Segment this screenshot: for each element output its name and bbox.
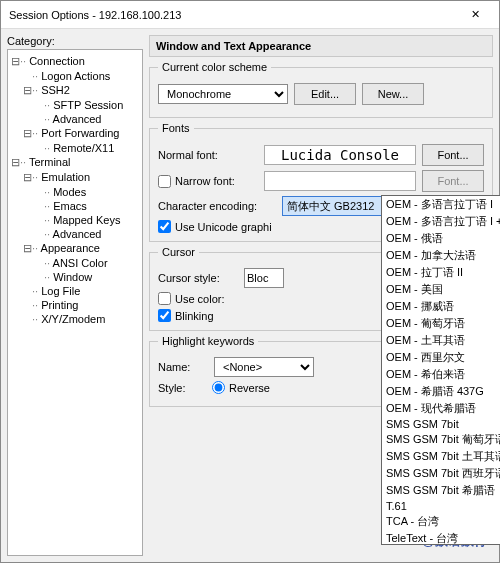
reverse-radio[interactable] <box>212 381 225 394</box>
encoding-option[interactable]: SMS GSM 7bit 希腊语 <box>382 482 500 499</box>
encoding-option[interactable]: OEM - 美国 <box>382 281 500 298</box>
close-button[interactable]: ✕ <box>455 3 495 27</box>
encoding-option[interactable]: SMS GSM 7bit 西班牙语 <box>382 465 500 482</box>
category-tree[interactable]: ⊟·· Connection·· Logon Actions⊟·· SSH2··… <box>7 49 143 556</box>
encoding-option[interactable]: OEM - 土耳其语 <box>382 332 500 349</box>
tree-item[interactable]: ⊟·· SSH2 <box>10 83 140 98</box>
blinking-label: Blinking <box>175 310 214 322</box>
tree-item[interactable]: ·· X/Y/Zmodem <box>10 312 140 326</box>
close-icon: ✕ <box>471 8 480 21</box>
tree-item[interactable]: ·· Printing <box>10 298 140 312</box>
tree-item[interactable]: ·· Window <box>10 270 140 284</box>
tree-item[interactable]: ·· SFTP Session <box>10 98 140 112</box>
encoding-option[interactable]: OEM - 现代希腊语 <box>382 400 500 417</box>
highlight-name-label: Name: <box>158 361 208 373</box>
tree-item[interactable]: ·· Logon Actions <box>10 69 140 83</box>
unicode-graphics-label: Use Unicode graphi <box>175 221 272 233</box>
char-encoding-label: Character encoding: <box>158 200 276 212</box>
fonts-legend: Fonts <box>158 122 194 134</box>
encoding-option[interactable]: OEM - 挪威语 <box>382 298 500 315</box>
tree-item[interactable]: ⊟·· Port Forwarding <box>10 126 140 141</box>
cursor-style-select[interactable]: Bloc <box>244 268 284 288</box>
session-options-window: Session Options - 192.168.100.213 ✕ Cate… <box>0 0 500 563</box>
encoding-option[interactable]: OEM - 加拿大法语 <box>382 247 500 264</box>
new-scheme-button[interactable]: New... <box>362 83 424 105</box>
encoding-option[interactable]: SMS GSM 7bit <box>382 417 500 431</box>
right-pane: Window and Text Appearance Current color… <box>149 35 493 556</box>
encoding-option[interactable]: SMS GSM 7bit 葡萄牙语 <box>382 431 500 448</box>
category-label: Category: <box>7 35 143 47</box>
narrow-font-checkbox[interactable] <box>158 175 171 188</box>
left-pane: Category: ⊟·· Connection·· Logon Actions… <box>7 35 143 556</box>
tree-item[interactable]: ⊟·· Terminal <box>10 155 140 170</box>
encoding-dropdown-list[interactable]: OEM - 多语言拉丁语 IOEM - 多语言拉丁语 I + EuroOEM -… <box>382 196 500 544</box>
encoding-option[interactable]: OEM - 葡萄牙语 <box>382 315 500 332</box>
tree-item[interactable]: ·· Mapped Keys <box>10 213 140 227</box>
normal-font-display: Lucida Console <box>264 145 416 165</box>
tree-item[interactable]: ·· Emacs <box>10 199 140 213</box>
blinking-checkbox[interactable] <box>158 309 171 322</box>
dialog-body: Category: ⊟·· Connection·· Logon Actions… <box>1 29 499 562</box>
highlight-name-select[interactable]: <None> <box>214 357 314 377</box>
encoding-option[interactable]: OEM - 多语言拉丁语 I + Euro <box>382 213 500 230</box>
encoding-option[interactable]: OEM - 希伯来语 <box>382 366 500 383</box>
narrow-font-button[interactable]: Font... <box>422 170 484 192</box>
encoding-option[interactable]: TeleText - 台湾 <box>382 530 500 544</box>
reverse-label: Reverse <box>229 382 270 394</box>
color-scheme-group: Current color scheme Monochrome Edit... … <box>149 61 493 118</box>
color-scheme-legend: Current color scheme <box>158 61 271 73</box>
cursor-style-label: Cursor style: <box>158 272 238 284</box>
normal-font-label: Normal font: <box>158 149 258 161</box>
tree-item[interactable]: ·· Remote/X11 <box>10 141 140 155</box>
use-color-checkbox[interactable] <box>158 292 171 305</box>
normal-font-button[interactable]: Font... <box>422 144 484 166</box>
narrow-font-display <box>264 171 416 191</box>
window-title: Session Options - 192.168.100.213 <box>9 9 455 21</box>
tree-item[interactable]: ⊟·· Connection <box>10 54 140 69</box>
tree-item[interactable]: ·· Log File <box>10 284 140 298</box>
encoding-option[interactable]: SMS GSM 7bit 土耳其语 <box>382 448 500 465</box>
encoding-option[interactable]: OEM - 拉丁语 II <box>382 264 500 281</box>
titlebar: Session Options - 192.168.100.213 ✕ <box>1 1 499 29</box>
color-scheme-select[interactable]: Monochrome <box>158 84 288 104</box>
tree-item[interactable]: ·· Modes <box>10 185 140 199</box>
narrow-font-label: Narrow font: <box>175 175 235 187</box>
encoding-option[interactable]: OEM - 俄语 <box>382 230 500 247</box>
encoding-option[interactable]: T.61 <box>382 499 500 513</box>
use-color-label: Use color: <box>175 293 225 305</box>
cursor-legend: Cursor <box>158 246 199 258</box>
unicode-graphics-checkbox[interactable] <box>158 220 171 233</box>
section-title: Window and Text Appearance <box>149 35 493 57</box>
tree-item[interactable]: ⊟·· Emulation <box>10 170 140 185</box>
encoding-dropdown[interactable]: OEM - 多语言拉丁语 IOEM - 多语言拉丁语 I + EuroOEM -… <box>381 195 500 545</box>
tree-item[interactable]: ·· Advanced <box>10 227 140 241</box>
encoding-option[interactable]: TCA - 台湾 <box>382 513 500 530</box>
tree-item[interactable]: ·· Advanced <box>10 112 140 126</box>
highlight-legend: Highlight keywords <box>158 335 258 347</box>
encoding-option[interactable]: OEM - 西里尔文 <box>382 349 500 366</box>
tree-item[interactable]: ⊟·· Appearance <box>10 241 140 256</box>
edit-scheme-button[interactable]: Edit... <box>294 83 356 105</box>
tree-item[interactable]: ·· ANSI Color <box>10 256 140 270</box>
highlight-style-label: Style: <box>158 382 208 394</box>
encoding-option[interactable]: OEM - 多语言拉丁语 I <box>382 196 500 213</box>
encoding-option[interactable]: OEM - 希腊语 437G <box>382 383 500 400</box>
